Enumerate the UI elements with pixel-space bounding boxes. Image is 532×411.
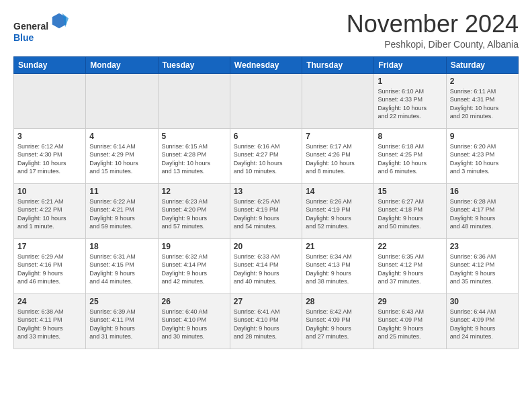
calendar-week-row: 24Sunrise: 6:38 AM Sunset: 4:11 PM Dayli… bbox=[14, 293, 519, 349]
day-number: 21 bbox=[306, 242, 370, 251]
day-info: Sunrise: 6:14 AM Sunset: 4:29 PM Dayligh… bbox=[89, 142, 154, 176]
calendar-cell: 14Sunrise: 6:26 AM Sunset: 4:19 PM Dayli… bbox=[302, 183, 374, 238]
logo: General Blue bbox=[13, 11, 69, 44]
calendar-cell: 2Sunrise: 6:11 AM Sunset: 4:31 PM Daylig… bbox=[446, 73, 518, 128]
calendar-cell bbox=[302, 73, 374, 128]
title-block: November 2024 Peshkopi, Diber County, Al… bbox=[347, 11, 519, 50]
calendar-cell: 21Sunrise: 6:34 AM Sunset: 4:13 PM Dayli… bbox=[302, 238, 374, 293]
day-info: Sunrise: 6:35 AM Sunset: 4:12 PM Dayligh… bbox=[378, 253, 442, 286]
day-info: Sunrise: 6:10 AM Sunset: 4:33 PM Dayligh… bbox=[378, 87, 442, 121]
day-number: 14 bbox=[306, 187, 370, 196]
day-number: 13 bbox=[234, 187, 298, 196]
day-number: 20 bbox=[234, 242, 298, 251]
day-number: 8 bbox=[378, 132, 442, 141]
weekday-sunday: Sunday bbox=[14, 56, 86, 73]
calendar-week-row: 17Sunrise: 6:29 AM Sunset: 4:16 PM Dayli… bbox=[14, 238, 519, 293]
day-number: 5 bbox=[162, 132, 226, 141]
calendar-cell: 23Sunrise: 6:36 AM Sunset: 4:12 PM Dayli… bbox=[446, 238, 518, 293]
weekday-thursday: Thursday bbox=[302, 56, 374, 73]
day-info: Sunrise: 6:20 AM Sunset: 4:23 PM Dayligh… bbox=[450, 142, 515, 176]
page: General Blue November 2024 Peshkopi, Dib… bbox=[0, 0, 532, 356]
day-number: 2 bbox=[450, 77, 515, 86]
day-info: Sunrise: 6:38 AM Sunset: 4:11 PM Dayligh… bbox=[17, 308, 82, 341]
weekday-tuesday: Tuesday bbox=[158, 56, 230, 73]
calendar-cell: 19Sunrise: 6:32 AM Sunset: 4:14 PM Dayli… bbox=[158, 238, 230, 293]
calendar-cell: 4Sunrise: 6:14 AM Sunset: 4:29 PM Daylig… bbox=[86, 128, 158, 183]
calendar-cell: 3Sunrise: 6:12 AM Sunset: 4:30 PM Daylig… bbox=[14, 128, 86, 183]
calendar-cell bbox=[158, 73, 230, 128]
day-info: Sunrise: 6:42 AM Sunset: 4:09 PM Dayligh… bbox=[306, 308, 370, 341]
calendar-cell bbox=[230, 73, 302, 128]
calendar-cell: 26Sunrise: 6:40 AM Sunset: 4:10 PM Dayli… bbox=[158, 293, 230, 349]
day-info: Sunrise: 6:29 AM Sunset: 4:16 PM Dayligh… bbox=[17, 253, 82, 286]
day-number: 29 bbox=[378, 297, 442, 306]
day-info: Sunrise: 6:16 AM Sunset: 4:27 PM Dayligh… bbox=[234, 142, 298, 176]
calendar-cell: 6Sunrise: 6:16 AM Sunset: 4:27 PM Daylig… bbox=[230, 128, 302, 183]
day-number: 30 bbox=[450, 297, 515, 306]
day-info: Sunrise: 6:18 AM Sunset: 4:25 PM Dayligh… bbox=[378, 142, 442, 176]
day-number: 23 bbox=[450, 242, 515, 251]
calendar-cell bbox=[86, 73, 158, 128]
calendar-cell: 13Sunrise: 6:25 AM Sunset: 4:19 PM Dayli… bbox=[230, 183, 302, 238]
day-number: 27 bbox=[234, 297, 298, 306]
day-number: 24 bbox=[17, 297, 82, 306]
calendar-cell: 29Sunrise: 6:43 AM Sunset: 4:09 PM Dayli… bbox=[374, 293, 446, 349]
calendar-week-row: 1Sunrise: 6:10 AM Sunset: 4:33 PM Daylig… bbox=[14, 73, 519, 128]
header: General Blue November 2024 Peshkopi, Dib… bbox=[13, 11, 519, 50]
day-info: Sunrise: 6:27 AM Sunset: 4:18 PM Dayligh… bbox=[378, 197, 442, 231]
calendar-week-row: 10Sunrise: 6:21 AM Sunset: 4:22 PM Dayli… bbox=[14, 183, 519, 238]
calendar: SundayMondayTuesdayWednesdayThursdayFrid… bbox=[13, 56, 519, 349]
day-number: 17 bbox=[17, 242, 82, 251]
day-info: Sunrise: 6:26 AM Sunset: 4:19 PM Dayligh… bbox=[306, 197, 370, 231]
day-number: 12 bbox=[162, 187, 226, 196]
day-info: Sunrise: 6:17 AM Sunset: 4:26 PM Dayligh… bbox=[306, 142, 370, 176]
day-number: 7 bbox=[306, 132, 370, 141]
day-info: Sunrise: 6:12 AM Sunset: 4:30 PM Dayligh… bbox=[17, 142, 82, 176]
calendar-cell: 27Sunrise: 6:41 AM Sunset: 4:10 PM Dayli… bbox=[230, 293, 302, 349]
calendar-cell: 8Sunrise: 6:18 AM Sunset: 4:25 PM Daylig… bbox=[374, 128, 446, 183]
location: Peshkopi, Diber County, Albania bbox=[347, 39, 519, 50]
logo-icon bbox=[50, 11, 69, 30]
calendar-cell: 5Sunrise: 6:15 AM Sunset: 4:28 PM Daylig… bbox=[158, 128, 230, 183]
day-number: 10 bbox=[17, 187, 82, 196]
day-info: Sunrise: 6:44 AM Sunset: 4:09 PM Dayligh… bbox=[450, 308, 515, 341]
day-number: 16 bbox=[450, 187, 515, 196]
calendar-cell: 20Sunrise: 6:33 AM Sunset: 4:14 PM Dayli… bbox=[230, 238, 302, 293]
calendar-cell: 22Sunrise: 6:35 AM Sunset: 4:12 PM Dayli… bbox=[374, 238, 446, 293]
calendar-cell: 7Sunrise: 6:17 AM Sunset: 4:26 PM Daylig… bbox=[302, 128, 374, 183]
day-info: Sunrise: 6:22 AM Sunset: 4:21 PM Dayligh… bbox=[89, 197, 154, 231]
day-info: Sunrise: 6:31 AM Sunset: 4:15 PM Dayligh… bbox=[89, 253, 154, 286]
weekday-header-row: SundayMondayTuesdayWednesdayThursdayFrid… bbox=[14, 56, 519, 73]
day-number: 4 bbox=[89, 132, 154, 141]
calendar-cell: 30Sunrise: 6:44 AM Sunset: 4:09 PM Dayli… bbox=[446, 293, 518, 349]
logo-general: General bbox=[13, 21, 48, 32]
weekday-friday: Friday bbox=[374, 56, 446, 73]
calendar-cell: 28Sunrise: 6:42 AM Sunset: 4:09 PM Dayli… bbox=[302, 293, 374, 349]
day-number: 1 bbox=[378, 77, 442, 86]
day-info: Sunrise: 6:11 AM Sunset: 4:31 PM Dayligh… bbox=[450, 87, 515, 121]
calendar-cell: 10Sunrise: 6:21 AM Sunset: 4:22 PM Dayli… bbox=[14, 183, 86, 238]
day-info: Sunrise: 6:41 AM Sunset: 4:10 PM Dayligh… bbox=[234, 308, 298, 341]
day-info: Sunrise: 6:25 AM Sunset: 4:19 PM Dayligh… bbox=[234, 197, 298, 231]
day-info: Sunrise: 6:39 AM Sunset: 4:11 PM Dayligh… bbox=[89, 308, 154, 341]
day-number: 3 bbox=[17, 132, 82, 141]
day-number: 19 bbox=[162, 242, 226, 251]
calendar-cell: 11Sunrise: 6:22 AM Sunset: 4:21 PM Dayli… bbox=[86, 183, 158, 238]
day-number: 15 bbox=[378, 187, 442, 196]
day-info: Sunrise: 6:34 AM Sunset: 4:13 PM Dayligh… bbox=[306, 253, 370, 286]
day-info: Sunrise: 6:15 AM Sunset: 4:28 PM Dayligh… bbox=[162, 142, 226, 176]
day-number: 22 bbox=[378, 242, 442, 251]
day-number: 26 bbox=[162, 297, 226, 306]
calendar-week-row: 3Sunrise: 6:12 AM Sunset: 4:30 PM Daylig… bbox=[14, 128, 519, 183]
day-number: 9 bbox=[450, 132, 515, 141]
logo-text: General bbox=[13, 11, 69, 32]
day-info: Sunrise: 6:23 AM Sunset: 4:20 PM Dayligh… bbox=[162, 197, 226, 231]
day-info: Sunrise: 6:28 AM Sunset: 4:17 PM Dayligh… bbox=[450, 197, 515, 231]
logo-blue: Blue bbox=[13, 32, 34, 43]
calendar-cell: 16Sunrise: 6:28 AM Sunset: 4:17 PM Dayli… bbox=[446, 183, 518, 238]
day-info: Sunrise: 6:40 AM Sunset: 4:10 PM Dayligh… bbox=[162, 308, 226, 341]
calendar-cell: 9Sunrise: 6:20 AM Sunset: 4:23 PM Daylig… bbox=[446, 128, 518, 183]
day-number: 28 bbox=[306, 297, 370, 306]
day-number: 25 bbox=[89, 297, 154, 306]
calendar-cell: 24Sunrise: 6:38 AM Sunset: 4:11 PM Dayli… bbox=[14, 293, 86, 349]
